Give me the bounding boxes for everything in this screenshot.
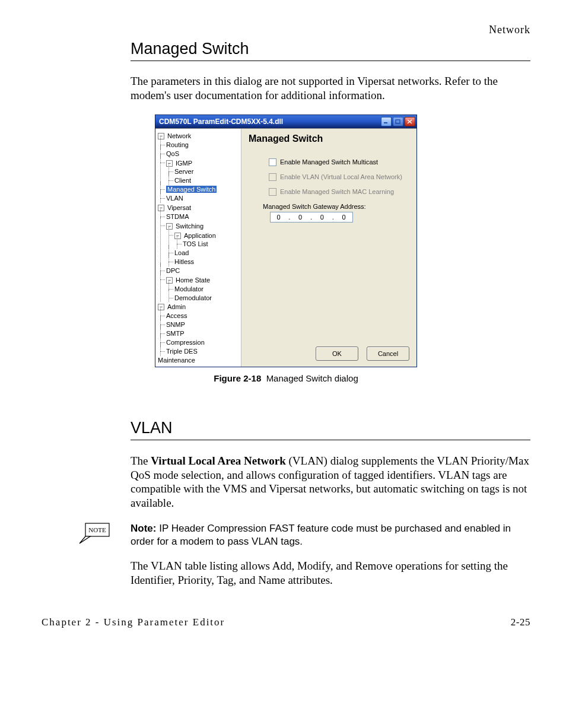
figure-caption-text: Managed Switch dialog xyxy=(266,373,358,383)
gateway-address-label: Managed Switch Gateway Address: xyxy=(263,203,411,210)
expand-icon[interactable] xyxy=(166,160,173,167)
tree-switching[interactable]: Switching xyxy=(176,222,203,231)
dialog-titlebar[interactable]: CDM570L ParamEdit-CDM5XX-5.4.dll xyxy=(155,115,416,128)
page-footer: Chapter 2 - Using Parameter Editor 2-25 xyxy=(42,616,530,628)
tree-tripledes[interactable]: Triple DES xyxy=(166,348,198,355)
checkbox-row-vlan: Enable VLAN (Virtual Local Area Network) xyxy=(269,173,411,181)
dialog-title: CDM570L ParamEdit-CDM5XX-5.4.dll xyxy=(159,117,283,126)
expand-icon[interactable] xyxy=(158,304,164,310)
tree-modulator[interactable]: Modulator xyxy=(174,285,203,293)
dialog-content-pane: Managed Switch Enable Managed Switch Mul… xyxy=(241,129,416,367)
vlan-after-note: The VLAN table listing allows Add, Modif… xyxy=(131,559,530,587)
tree-maintenance[interactable]: Maintenance xyxy=(158,357,195,364)
note-icon: NOTE xyxy=(77,522,108,543)
figure-caption: Figure 2-18 Managed Switch dialog xyxy=(42,373,530,383)
tree-smtp[interactable]: SMTP xyxy=(166,330,185,337)
page-header-right: Network xyxy=(42,24,530,36)
svg-rect-1 xyxy=(396,120,400,123)
tree-stdma[interactable]: STDMA xyxy=(166,213,189,220)
checkbox-row-mac: Enable Managed Switch MAC Learning xyxy=(269,188,411,196)
tree-client[interactable]: Client xyxy=(174,177,191,184)
ip-octet-2[interactable]: 0 xyxy=(298,214,303,221)
expand-icon[interactable] xyxy=(158,133,164,139)
figure-label: Figure 2-18 xyxy=(214,373,261,383)
note-label: Note: xyxy=(131,523,156,534)
close-button[interactable] xyxy=(405,117,415,126)
checkbox-label-multicast: Enable Managed Switch Multicast xyxy=(280,158,378,166)
expand-icon[interactable] xyxy=(166,277,173,284)
cancel-button[interactable]: Cancel xyxy=(367,346,409,361)
ip-octet-4[interactable]: 0 xyxy=(342,214,346,221)
tree-network[interactable]: Network xyxy=(167,132,191,141)
tree-home-state[interactable]: Home State xyxy=(176,276,210,285)
managed-switch-dialog: CDM570L ParamEdit-CDM5XX-5.4.dll xyxy=(155,115,417,367)
tree-demodulator[interactable]: Demodulator xyxy=(174,294,212,301)
ok-button[interactable]: OK xyxy=(316,346,358,361)
nav-tree[interactable]: Network Routing QoS IGMP Server Client xyxy=(155,129,241,367)
tree-qos[interactable]: QoS xyxy=(166,150,179,157)
tree-load[interactable]: Load xyxy=(174,249,189,256)
tree-managed-switch[interactable]: Managed Switch xyxy=(166,186,217,193)
footer-page-number: 2-25 xyxy=(511,616,530,628)
tree-application[interactable]: Application xyxy=(184,231,216,240)
vlan-intro: The Virtual Local Area Network (VLAN) di… xyxy=(131,454,530,510)
section-heading-managed-switch: Managed Switch xyxy=(131,40,530,61)
note-icon-text: NOTE xyxy=(88,526,106,533)
note-text: Note: IP Header Compression FAST feature… xyxy=(131,522,530,548)
maximize-button[interactable] xyxy=(393,117,403,126)
ip-octet-1[interactable]: 0 xyxy=(276,214,281,221)
checkbox-vlan xyxy=(269,173,276,181)
tree-vipersat[interactable]: Vipersat xyxy=(167,204,191,212)
checkbox-multicast[interactable] xyxy=(269,158,276,166)
footer-chapter: Chapter 2 - Using Parameter Editor xyxy=(42,616,225,628)
tree-admin[interactable]: Admin xyxy=(167,303,186,311)
minimize-button[interactable] xyxy=(381,117,392,126)
tree-igmp[interactable]: IGMP xyxy=(176,159,192,168)
tree-server[interactable]: Server xyxy=(174,168,193,175)
note-body: IP Header Compression FAST feature code … xyxy=(131,523,511,547)
tree-vlan[interactable]: VLAN xyxy=(166,195,183,202)
checkbox-label-vlan: Enable VLAN (Virtual Local Area Network) xyxy=(280,173,402,180)
ip-octet-3[interactable]: 0 xyxy=(320,214,325,221)
managed-switch-intro: The parameters in this dialog are not su… xyxy=(131,74,530,103)
tree-hitless[interactable]: Hitless xyxy=(174,258,194,265)
pane-title: Managed Switch xyxy=(249,133,411,144)
section-heading-vlan: VLAN xyxy=(131,419,530,440)
tree-access[interactable]: Access xyxy=(166,312,187,319)
gateway-address-input[interactable]: 0. 0. 0. 0 xyxy=(270,212,353,222)
checkbox-mac xyxy=(269,188,276,196)
expand-icon[interactable] xyxy=(158,205,164,211)
expand-icon[interactable] xyxy=(174,233,181,239)
expand-icon[interactable] xyxy=(166,223,173,230)
checkbox-row-multicast[interactable]: Enable Managed Switch Multicast xyxy=(269,158,411,166)
tree-dpc[interactable]: DPC xyxy=(166,267,180,274)
checkbox-label-mac: Enable Managed Switch MAC Learning xyxy=(280,188,394,195)
tree-compression[interactable]: Compression xyxy=(166,339,205,346)
tree-toslist[interactable]: TOS List xyxy=(183,240,208,247)
tree-routing[interactable]: Routing xyxy=(166,141,189,148)
tree-snmp[interactable]: SNMP xyxy=(166,321,185,328)
svg-rect-0 xyxy=(384,122,387,123)
